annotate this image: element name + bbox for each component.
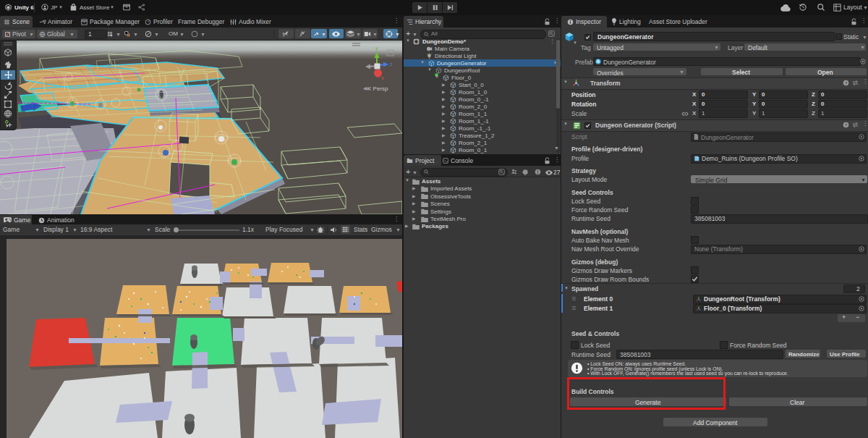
svg-text:z: z — [390, 62, 393, 67]
svg-text:y: y — [375, 46, 378, 51]
svg-text:?: ? — [845, 81, 848, 85]
svg-text:x: x — [381, 75, 384, 80]
svg-text:⋘ Persp: ⋘ Persp — [363, 85, 388, 92]
svg-text:?: ? — [845, 123, 848, 127]
